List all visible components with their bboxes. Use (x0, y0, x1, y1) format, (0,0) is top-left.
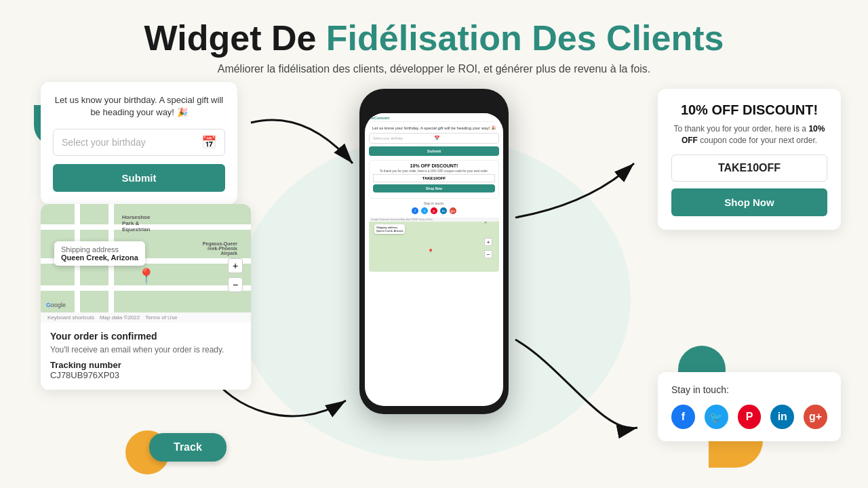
phone-birthday-placeholder: Select your birthday (373, 136, 434, 140)
phone-map-area: Shipping address Queen Creek, Arizona ✕ … (369, 218, 499, 272)
phone-shop-button[interactable]: Shop Now (373, 184, 495, 192)
linkedin-icon[interactable]: in (770, 405, 794, 429)
map-popup-title: Shipping address (61, 245, 138, 253)
map-widget: HorseshoePark &Equestrian Pegasus-Queerr… (41, 204, 251, 390)
map-road-h3 (41, 285, 251, 291)
discount-title: 10% OFF DISCOUNT! (671, 102, 827, 118)
track-button[interactable]: Track (149, 433, 226, 462)
phone-gplus-icon[interactable]: g+ (450, 207, 456, 214)
main-content: Let us know your birthday. A special gif… (0, 82, 868, 475)
phone-twitter-icon[interactable]: t (421, 207, 428, 214)
map-pin: 📍 (137, 268, 155, 285)
twitter-icon[interactable]: 🐦 (705, 405, 728, 429)
phone-logo: ReConvert (369, 116, 389, 120)
phone-submit-button[interactable]: Submit (369, 146, 499, 156)
map-popup: Shipping address Queen Creek, Arizona (54, 241, 145, 266)
coupon-code: TAKE10OFF (671, 155, 827, 182)
phone-facebook-icon[interactable]: f (412, 207, 418, 214)
map-park-label: HorseshoePark &Equestrian (122, 214, 150, 232)
phone-map-pin: 📍 (427, 249, 434, 255)
phone-discount-sub: To thank you for your order, here is a 1… (373, 169, 495, 173)
birthday-description: Let us know your birthday. A special gif… (53, 94, 225, 119)
map-area: HorseshoePark &Equestrian Pegasus-Queerr… (41, 204, 251, 312)
social-title: Stay in touch: (671, 384, 827, 395)
social-icons-row: f 🐦 P in g+ (671, 405, 827, 429)
phone-social-text: Stay in touch: (369, 201, 499, 205)
order-email-text: You'll receive an email when your order … (50, 345, 241, 354)
phone-header: ReConvert (365, 113, 503, 122)
page-header: Widget De Fidélisation Des Clients Améli… (0, 0, 868, 82)
pinterest-icon[interactable]: P (738, 405, 762, 429)
phone-zoom-out[interactable]: − (484, 250, 492, 258)
calendar-icon[interactable]: 📅 (201, 135, 216, 150)
phone-calendar-icon: 📅 (434, 136, 495, 141)
google-logo: Google (46, 302, 66, 308)
order-confirmed-text: Your order is confirmed (50, 331, 241, 342)
phone-map-footer: Google Keyboard shortcuts Map data ©2022… (369, 218, 499, 222)
page-subtitle: Améliorer la fidélisation des clients, d… (27, 63, 841, 75)
map-zoom-in-button[interactable]: + (228, 258, 243, 273)
social-widget: Stay in touch: f 🐦 P in g+ (658, 372, 841, 441)
map-zoom-out-button[interactable]: − (228, 277, 243, 292)
page-title: Widget De Fidélisation Des Clients (27, 19, 841, 58)
phone-zoom-in[interactable]: + (484, 238, 492, 246)
birthday-submit-button[interactable]: Submit (53, 164, 225, 192)
map-data: Map data ©2022 (100, 314, 140, 321)
discount-subtitle: To thank you for your order, here is a 1… (671, 123, 827, 146)
phone-social-icons: f t p in g+ (369, 207, 499, 214)
phone-map-popup: Shipping address Queen Creek, Arizona (374, 224, 405, 234)
map-info-bar: Keyboard shortcuts Map data ©2022 Terms … (41, 312, 251, 323)
facebook-icon[interactable]: f (671, 405, 695, 429)
phone-map-location: Queen Creek, Arizona (376, 229, 403, 232)
phone-birthday-input[interactable]: Select your birthday 📅 (369, 133, 499, 144)
phone-discount-title: 10% OFF DISCOUNT! (373, 163, 495, 168)
map-venue-label: Pegasus-Queerreek-PhoenixAirpark (203, 241, 237, 256)
phone-linkedin-icon[interactable]: in (440, 207, 447, 214)
phone-content: Let us know your birthday. A special gif… (365, 122, 503, 275)
phone-screen: ReConvert Let us know your birthday. A s… (365, 113, 503, 406)
phone-notch (407, 97, 461, 110)
discount-widget: 10% OFF DISCOUNT! To thank you for your … (658, 89, 841, 230)
shop-now-button[interactable]: Shop Now (671, 188, 827, 216)
googleplus-icon[interactable]: g+ (804, 405, 827, 429)
keyboard-shortcuts: Keyboard shortcuts (47, 314, 94, 321)
phone-birthday-text: Let us know your birthday. A special gif… (369, 125, 499, 130)
birthday-widget: Let us know your birthday. A special gif… (41, 82, 237, 203)
phone-map-close: ✕ (484, 220, 487, 224)
phone-discount-box: 10% OFF DISCOUNT! To thank you for your … (369, 160, 499, 199)
tracking-label: Tracking number (50, 360, 241, 370)
phone-pinterest-icon[interactable]: p (431, 207, 437, 214)
birthday-input-container[interactable]: Select your birthday 📅 (53, 129, 225, 156)
map-popup-address: Queen Creek, Arizona (61, 253, 138, 262)
terms-of-use: Terms of Use (145, 314, 177, 321)
map-footer: Your order is confirmed You'll receive a… (41, 323, 251, 390)
birthday-input[interactable]: Select your birthday (62, 137, 201, 148)
tracking-number: CJ78UB976XP03 (50, 370, 241, 380)
phone-mockup: ReConvert Let us know your birthday. A s… (359, 89, 509, 414)
phone-coupon-code: TAKE10OFF (373, 174, 495, 182)
